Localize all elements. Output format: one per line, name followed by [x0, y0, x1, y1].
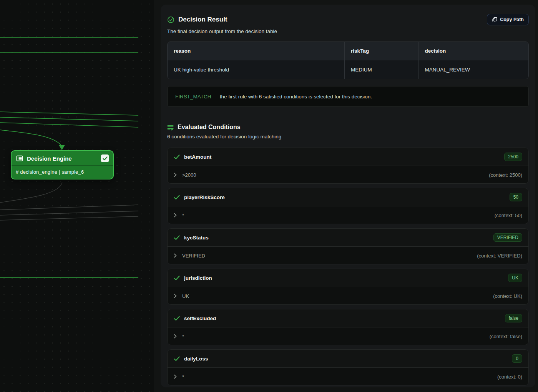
condition-card: selfExcluded false * (context: false) — [167, 309, 529, 345]
decision-table-icon — [16, 154, 23, 162]
evaluated-conditions-subtitle: 6 conditions evaluated for decision logi… — [167, 134, 529, 140]
condition-card: betAmount 2500 >2000 (context: 2500) — [167, 148, 529, 184]
chevron-right-icon — [174, 253, 177, 258]
condition-header: playerRiskScore 50 — [168, 188, 528, 206]
decision-details-panel: Decision Result Copy Path The final deci… — [161, 5, 535, 387]
check-icon — [174, 276, 180, 281]
cell-risktag: MEDIUM — [344, 60, 418, 79]
graph-canvas[interactable]: Decision Engine # decision_engine | samp… — [0, 0, 154, 392]
condition-context: (context: 2500) — [489, 172, 522, 178]
check-icon — [174, 316, 180, 321]
condition-value-badge: false — [505, 314, 522, 322]
table-header-row: reason riskTag decision — [168, 42, 528, 60]
condition-name: kycStatus — [184, 235, 489, 241]
condition-context: (context: 0) — [497, 374, 522, 380]
chevron-right-icon — [174, 173, 177, 177]
node-enabled-checkbox[interactable] — [101, 154, 109, 162]
evaluated-conditions-title: Evaluated Conditions — [178, 124, 241, 131]
condition-card: dailyLoss 0 * (context: 0) — [167, 349, 529, 385]
cell-reason: UK high-value threshold — [168, 60, 344, 79]
condition-rule: * — [182, 334, 484, 339]
condition-context: (context: false) — [490, 334, 522, 339]
chevron-right-icon — [174, 294, 177, 298]
condition-detail-row[interactable]: * (context: 0) — [168, 368, 528, 385]
condition-value-badge: 2500 — [504, 153, 522, 161]
copy-path-button[interactable]: Copy Path — [487, 14, 529, 25]
condition-name: betAmount — [184, 154, 500, 160]
chevron-right-icon — [174, 213, 177, 218]
condition-context: (context: 50) — [495, 213, 522, 218]
condition-value-badge: 0 — [512, 354, 522, 363]
condition-rule: * — [182, 213, 489, 218]
condition-card: kycStatus VERIFIED VERIFIED (context: VE… — [167, 228, 529, 264]
decision-result-title-row: Decision Result — [167, 16, 227, 23]
first-match-note: FIRST_MATCH — the first rule with 6 sati… — [167, 86, 529, 107]
condition-context: (context: VERIFIED) — [477, 253, 522, 259]
condition-name: jurisdiction — [184, 275, 504, 281]
condition-header: selfExcluded false — [168, 309, 528, 327]
condition-detail-row[interactable]: * (context: 50) — [168, 206, 528, 224]
edge-arrowhead — [59, 145, 65, 150]
condition-context: (context: UK) — [493, 293, 522, 299]
check-icon — [174, 195, 180, 200]
chevron-right-icon — [174, 334, 177, 339]
condition-card: jurisdiction UK UK (context: UK) — [167, 269, 529, 305]
decision-result-table: reason riskTag decision UK high-value th… — [167, 42, 529, 79]
condition-header: betAmount 2500 — [168, 148, 528, 166]
node-title: Decision Engine — [27, 155, 98, 162]
condition-name: selfExcluded — [184, 316, 501, 321]
condition-header: dailyLoss 0 — [168, 350, 528, 368]
table-row: UK high-value threshold MEDIUM MANUAL_RE… — [168, 60, 528, 79]
condition-detail-row[interactable]: UK (context: UK) — [168, 287, 528, 305]
condition-rule: VERIFIED — [182, 253, 472, 259]
condition-header: jurisdiction UK — [168, 269, 528, 287]
circle-check-icon — [167, 16, 174, 23]
table-column-header: decision — [418, 42, 528, 60]
chevron-right-icon — [174, 374, 177, 379]
condition-detail-row[interactable]: >2000 (context: 2500) — [168, 166, 528, 184]
condition-rule: >2000 — [182, 172, 483, 178]
list-check-icon — [167, 124, 174, 131]
condition-detail-row[interactable]: * (context: false) — [168, 327, 528, 345]
condition-header: kycStatus VERIFIED — [168, 229, 528, 247]
condition-rule: * — [182, 374, 492, 380]
wire-edges — [0, 0, 154, 392]
table-column-header: riskTag — [344, 42, 418, 60]
check-icon — [174, 154, 180, 159]
node-subtitle: # decision_engine | sample_6 — [12, 166, 113, 179]
match-policy-text: — the first rule with 6 satisfied condit… — [213, 94, 372, 100]
check-icon — [174, 235, 180, 240]
cell-decision: MANUAL_REVIEW — [418, 60, 528, 79]
check-icon — [174, 356, 180, 361]
condition-value-badge: 50 — [510, 193, 522, 201]
copy-path-label: Copy Path — [500, 17, 524, 22]
check-icon — [103, 156, 108, 161]
condition-detail-row[interactable]: VERIFIED (context: VERIFIED) — [168, 247, 528, 264]
condition-value-badge: VERIFIED — [493, 233, 522, 242]
decision-result-title: Decision Result — [178, 16, 227, 23]
table-column-header: reason — [168, 42, 344, 60]
decision-engine-node[interactable]: Decision Engine # decision_engine | samp… — [11, 150, 114, 179]
evaluated-conditions-title-row: Evaluated Conditions — [167, 124, 241, 131]
conditions-list: betAmount 2500 >2000 (context: 2500) — [167, 148, 529, 385]
condition-name: playerRiskScore — [184, 194, 505, 200]
decision-result-subtitle: The final decision output from the decis… — [167, 28, 529, 34]
condition-name: dailyLoss — [184, 356, 508, 362]
condition-card: playerRiskScore 50 * (context: 50) — [167, 188, 529, 224]
copy-icon — [492, 17, 497, 22]
match-policy-label: FIRST_MATCH — [175, 94, 211, 100]
condition-rule: UK — [182, 293, 488, 299]
details-region: Decision Result Copy Path The final deci… — [154, 0, 538, 392]
condition-value-badge: UK — [508, 274, 522, 282]
